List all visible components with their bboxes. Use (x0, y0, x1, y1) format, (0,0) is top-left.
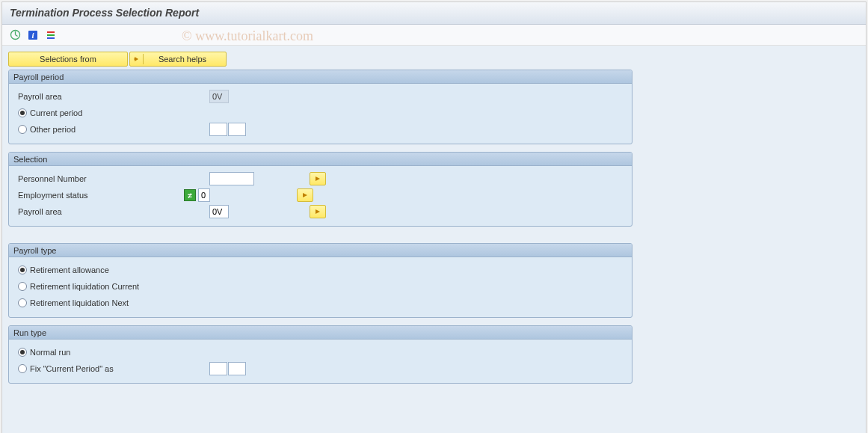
app-window: Termination Process Selection Report i ©… (1, 1, 867, 433)
payroll-area-label: Payroll area (16, 92, 181, 101)
payroll-period-header: Payroll period (9, 70, 632, 84)
toolbar: i (2, 25, 866, 46)
current-period-radio[interactable] (18, 108, 27, 117)
employment-status-indicator[interactable]: ≠ (184, 189, 196, 201)
retirement-liquidation-next-label: Retirement liquidation Next (30, 298, 129, 307)
normal-run-radio[interactable] (18, 348, 27, 357)
retirement-liquidation-current-label: Retirement liquidation Current (30, 282, 139, 291)
selection-payroll-area-label: Payroll area (16, 207, 181, 216)
other-period-radio-row[interactable]: Other period (16, 125, 181, 134)
search-helps-button[interactable]: Search helps (129, 52, 227, 67)
current-period-radio-row[interactable]: Current period (16, 108, 181, 117)
selection-payroll-area-input[interactable] (209, 205, 229, 218)
payroll-type-group: Payroll type Retirement allowance Retire… (8, 243, 632, 318)
search-helps-label: Search helps (147, 54, 226, 65)
retirement-allowance-label: Retirement allowance (30, 265, 109, 274)
arrow-right-icon (130, 54, 144, 64)
payroll-area-value[interactable]: 0V (209, 90, 229, 103)
other-period-label: Other period (30, 125, 76, 134)
variants-icon[interactable] (44, 28, 58, 42)
page-title: Termination Process Selection Report (2, 2, 866, 25)
payroll-period-group: Payroll period Payroll area 0V Current p… (8, 70, 632, 144)
svg-line-2 (15, 35, 17, 37)
employment-status-multi-button[interactable] (297, 188, 313, 202)
payroll-type-header: Payroll type (9, 244, 632, 257)
fix-current-period-radio[interactable] (18, 364, 27, 373)
normal-run-row[interactable]: Normal run (16, 344, 624, 360)
content-area: Selections from Search helps Payroll per… (2, 46, 866, 433)
other-period-input-1[interactable] (209, 123, 227, 136)
selection-header: Selection (9, 153, 632, 166)
other-period-input-2[interactable] (228, 123, 246, 136)
personnel-number-label: Personnel Number (16, 174, 181, 183)
retirement-liquidation-current-radio[interactable] (18, 282, 27, 291)
personnel-number-multi-button[interactable] (310, 172, 326, 185)
normal-run-label: Normal run (30, 348, 70, 357)
selection-group: Selection Personnel Number Employment st… (8, 152, 632, 227)
employment-status-label: Employment status (16, 191, 181, 200)
run-type-group: Run type Normal run Fix "Current Period"… (8, 325, 632, 384)
fix-current-period-label: Fix "Current Period" as (30, 364, 114, 373)
selection-payroll-area-multi-button[interactable] (310, 205, 326, 218)
retirement-liquidation-next-row[interactable]: Retirement liquidation Next (16, 295, 624, 311)
selections-from-button[interactable]: Selections from (8, 52, 128, 67)
fix-period-input-1[interactable] (209, 362, 227, 375)
retirement-allowance-radio[interactable] (18, 265, 27, 274)
retirement-liquidation-current-row[interactable]: Retirement liquidation Current (16, 278, 624, 295)
highlight-button-bar: Selections from Search helps (8, 52, 860, 67)
retirement-allowance-row[interactable]: Retirement allowance (16, 262, 624, 278)
retirement-liquidation-next-radio[interactable] (18, 298, 27, 307)
current-period-label: Current period (30, 108, 82, 117)
execute-icon[interactable] (8, 28, 22, 42)
fix-current-period-row[interactable]: Fix "Current Period" as (16, 360, 624, 377)
info-icon[interactable]: i (26, 28, 40, 42)
other-period-radio[interactable] (18, 125, 27, 134)
run-type-header: Run type (9, 326, 632, 340)
personnel-number-input[interactable] (209, 172, 254, 185)
fix-period-input-2[interactable] (228, 362, 246, 375)
employment-status-input[interactable] (198, 188, 210, 202)
